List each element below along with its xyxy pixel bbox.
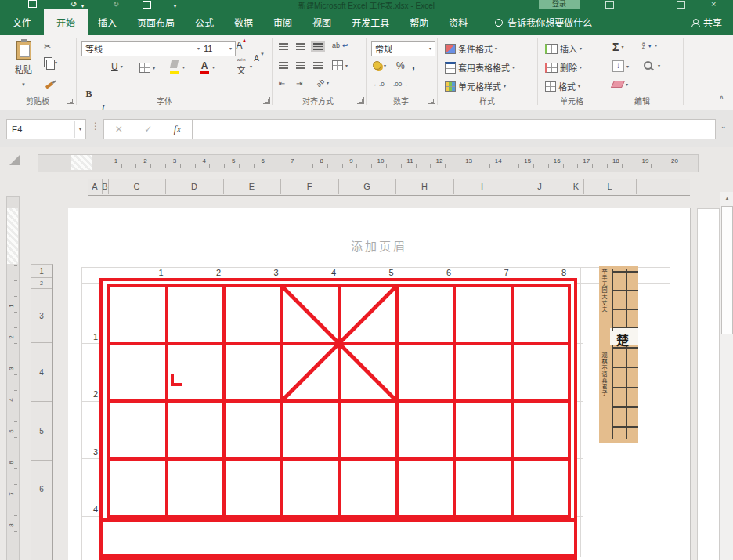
number-format-combo[interactable]: 常规▾: [371, 41, 435, 56]
ribbon-tab[interactable]: 插入: [88, 9, 127, 35]
login-button[interactable]: 登录: [539, 0, 580, 9]
row-header[interactable]: 4: [31, 343, 52, 402]
ribbon-tab[interactable]: 帮助: [399, 9, 439, 35]
alignment-dialog-launcher[interactable]: [357, 97, 364, 104]
row-header[interactable]: 5: [31, 402, 52, 461]
expand-formula-bar-icon[interactable]: ⌄: [720, 122, 727, 130]
name-box-splitter[interactable]: ⋮: [91, 121, 100, 132]
row-header[interactable]: 6: [31, 461, 52, 518]
name-box-dropdown-icon[interactable]: ▾: [74, 121, 85, 138]
column-header[interactable]: K: [569, 179, 584, 194]
ribbon-tab[interactable]: 数据: [224, 9, 263, 35]
row-headers: 123456: [31, 264, 53, 560]
insert-function-icon[interactable]: fx: [174, 123, 181, 135]
add-header-placeholder[interactable]: 添加页眉: [68, 237, 690, 254]
paste-button[interactable]: 粘贴 ▼: [9, 41, 38, 89]
share-button[interactable]: 共享: [691, 9, 722, 35]
cell-styles-button[interactable]: 单元格样式▾: [445, 80, 506, 92]
xiangqi-reference-image[interactable]: 举手无回大丈夫 观棋不语真君子 楚: [599, 266, 638, 443]
delete-cells-button[interactable]: 删除▾: [545, 61, 582, 74]
format-painter-button[interactable]: [45, 76, 53, 90]
ruler-ticks: [92, 164, 690, 168]
increase-indent-icon[interactable]: ⇥: [296, 79, 302, 88]
column-header[interactable]: L: [583, 179, 637, 194]
column-header[interactable]: A: [88, 179, 103, 194]
column-header[interactable]: H: [396, 179, 454, 194]
merge-center-button[interactable]: ▾: [332, 60, 348, 70]
format-as-table-button[interactable]: 套用表格格式▾: [445, 61, 515, 74]
board-row-label: 3: [78, 399, 99, 457]
insert-cells-button[interactable]: 插入▾: [545, 42, 582, 55]
ribbon-tab[interactable]: 审阅: [263, 9, 302, 35]
tab-file[interactable]: 文件: [0, 9, 44, 35]
restore-window-icon[interactable]: [677, 1, 685, 9]
column-header[interactable]: J: [511, 179, 569, 194]
formula-input[interactable]: [193, 119, 716, 139]
tab-home-active[interactable]: 开始: [44, 9, 88, 35]
align-left-icon[interactable]: [279, 62, 288, 69]
scrollbar-thumb[interactable]: [721, 206, 733, 334]
conditional-formatting-button[interactable]: 条件格式▾: [445, 42, 497, 55]
increase-decimal-icon[interactable]: ←.0: [373, 81, 385, 88]
align-bottom-icon[interactable]: [313, 43, 323, 50]
find-select-button[interactable]: ▾: [644, 61, 660, 70]
autosum-button[interactable]: Σ▾: [612, 42, 623, 52]
underline-button[interactable]: U▾: [111, 61, 123, 72]
clear-button[interactable]: ▾: [612, 81, 628, 88]
row-header[interactable]: 3: [31, 289, 52, 343]
font-color-button[interactable]: A ▾: [199, 60, 215, 74]
borders-button[interactable]: ▾: [139, 63, 155, 73]
ribbon-tab[interactable]: 页面布局: [127, 9, 185, 35]
number-dialog-launcher[interactable]: [428, 97, 435, 104]
font-name-combo[interactable]: 等线▾: [81, 41, 204, 56]
image-grid-vline: [626, 269, 627, 439]
row-header[interactable]: 1: [31, 265, 52, 278]
align-center-icon[interactable]: [296, 62, 305, 69]
ribbon-display-options-icon[interactable]: [605, 1, 614, 9]
cut-icon[interactable]: ✂: [44, 42, 51, 52]
fill-color-button[interactable]: ▾: [169, 60, 185, 74]
accounting-format-button[interactable]: ▾: [373, 61, 386, 70]
ribbon-tab[interactable]: 公式: [185, 9, 224, 35]
collapse-ribbon-icon[interactable]: ∧: [719, 93, 724, 101]
fill-button[interactable]: ↓▾: [612, 60, 629, 72]
ribbon-tab[interactable]: 资料: [439, 9, 478, 35]
decrease-decimal-icon[interactable]: .00→: [393, 81, 408, 88]
orientation-button[interactable]: ab▾: [316, 79, 329, 87]
column-header[interactable]: G: [338, 179, 396, 194]
align-top-icon[interactable]: [279, 43, 288, 50]
sort-filter-button[interactable]: AZ ▼▾: [642, 42, 657, 49]
grow-font-button[interactable]: A▲: [233, 40, 245, 54]
column-header[interactable]: D: [166, 179, 224, 194]
scroll-up-icon[interactable]: ▲: [720, 192, 733, 204]
enter-icon[interactable]: ✓: [144, 124, 152, 135]
decrease-indent-icon[interactable]: ⇤: [279, 79, 285, 88]
percent-style-button[interactable]: %: [396, 60, 405, 71]
ribbon-tab[interactable]: 开发工具: [341, 9, 399, 35]
font-size-combo[interactable]: 11▾: [200, 41, 236, 56]
wrap-text-button[interactable]: ab↩: [332, 42, 348, 49]
shrink-font-button[interactable]: A▼: [251, 54, 262, 68]
column-header[interactable]: F: [281, 179, 339, 194]
paste-dropdown-icon[interactable]: ▼: [21, 82, 26, 87]
align-right-icon[interactable]: [313, 62, 323, 69]
tell-me-box[interactable]: 告诉我你想要做什么: [495, 9, 592, 35]
column-header[interactable]: I: [453, 179, 511, 194]
copy-button[interactable]: ▾: [44, 57, 57, 67]
page-corner-triangle[interactable]: [9, 155, 20, 165]
phonetic-button[interactable]: wén 文 ▾: [235, 59, 252, 74]
font-dialog-launcher[interactable]: [263, 97, 270, 104]
bold-button[interactable]: B: [83, 89, 95, 103]
clipboard-dialog-launcher[interactable]: [67, 97, 74, 104]
row-header[interactable]: 2: [31, 278, 52, 289]
format-as-table-icon: [445, 62, 456, 74]
align-middle-icon[interactable]: [296, 43, 305, 50]
column-header[interactable]: E: [223, 179, 281, 194]
cancel-icon[interactable]: ✕: [115, 124, 123, 135]
name-box[interactable]: E4 ▾: [6, 119, 86, 139]
comma-style-button[interactable]: ,: [412, 59, 415, 71]
ribbon-tab[interactable]: 视图: [302, 9, 341, 35]
close-window-icon[interactable]: ×: [711, 0, 716, 9]
format-cells-button[interactable]: 格式▾: [545, 80, 580, 92]
column-header[interactable]: C: [108, 179, 166, 194]
